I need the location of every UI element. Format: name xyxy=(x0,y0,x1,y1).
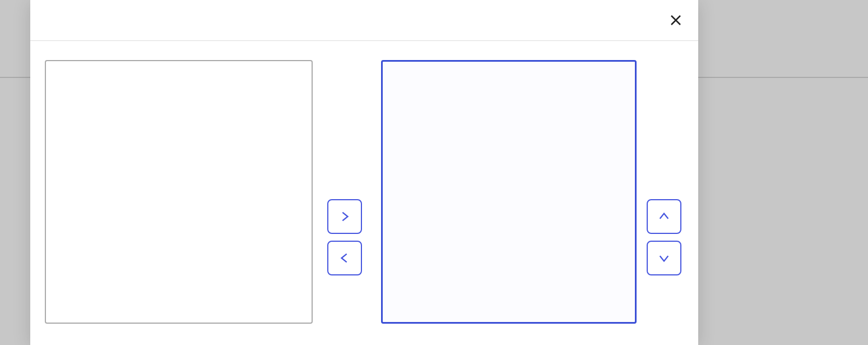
reorder-buttons xyxy=(647,199,681,275)
selected-panel xyxy=(381,53,637,324)
chevron-left-icon xyxy=(338,252,351,264)
remove-button[interactable] xyxy=(327,241,362,275)
modal-header xyxy=(30,0,698,41)
add-button[interactable] xyxy=(327,199,362,234)
transfer-buttons xyxy=(327,199,362,275)
available-panel xyxy=(45,53,313,324)
move-up-button[interactable] xyxy=(647,199,681,234)
available-listbox[interactable] xyxy=(45,60,313,324)
personalize-columns-modal xyxy=(30,0,698,345)
close-button[interactable] xyxy=(666,10,686,30)
modal-body xyxy=(30,41,698,345)
chevron-up-icon xyxy=(658,210,670,223)
chevron-right-icon xyxy=(338,210,351,223)
close-icon xyxy=(669,13,683,27)
move-down-button[interactable] xyxy=(647,241,681,275)
chevron-down-icon xyxy=(658,252,670,264)
selected-listbox[interactable] xyxy=(381,60,637,324)
